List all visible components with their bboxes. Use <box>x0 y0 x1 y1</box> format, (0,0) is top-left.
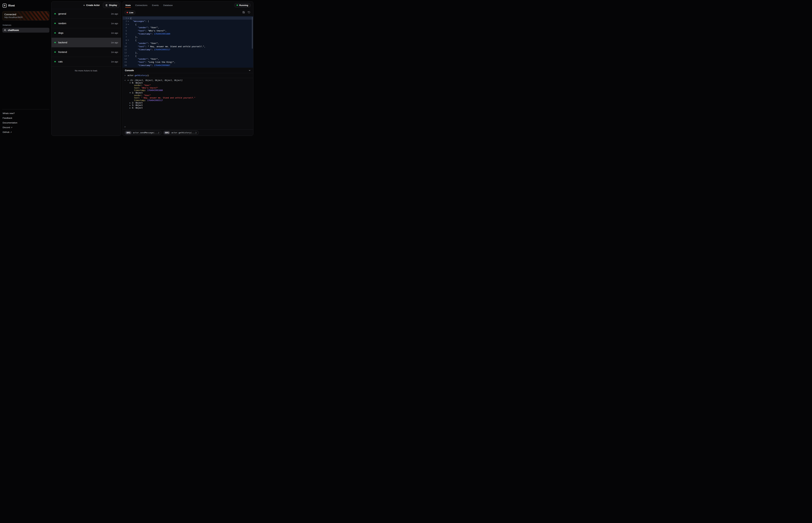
tab-state[interactable]: State <box>125 2 131 9</box>
tab-events[interactable]: Events <box>152 2 159 9</box>
app-root: R Rivet Connected http://localhost:6420 … <box>0 0 255 137</box>
reset-state-button[interactable] <box>247 11 251 15</box>
actor-status-dot <box>54 42 56 43</box>
footer-link-discord[interactable]: Discord↗ <box>3 125 49 130</box>
actor-row-dogs[interactable]: dogs1m ago <box>51 28 121 38</box>
rpc-badge: RPC <box>125 131 132 134</box>
fold-chevron-icon[interactable] <box>127 17 129 20</box>
editor-line: 4 "sender": "User", <box>123 26 253 29</box>
footer-link-github[interactable]: GitHub↗ <box>3 130 49 134</box>
actor-row-frontend[interactable]: frontend1m ago <box>51 47 121 57</box>
rpc-call-label: actor.sendMessage(...) <box>133 131 159 134</box>
console-row: timestamp: 1764043991880 <box>123 89 253 92</box>
create-actor-button[interactable]: + Create Actor <box>82 3 101 7</box>
console-gutter <box>123 102 127 104</box>
line-number: 2 <box>123 20 127 23</box>
console-gutter <box>123 89 127 92</box>
console-row-content: actor.getHistory() <box>127 74 149 77</box>
state-json-editor[interactable]: 1{2 "messages": [3 {4 "sender": "User",5… <box>123 16 253 68</box>
line-number: 6 <box>123 32 127 35</box>
editor-line: 17 }, <box>123 67 253 68</box>
editor-scrollbar[interactable] <box>252 17 253 49</box>
expand-arrow-icon[interactable]: ▶ <box>129 107 132 109</box>
console-row[interactable]: ▼1: Object <box>123 92 253 94</box>
running-status-label: Running <box>239 4 248 6</box>
actor-status-dot <box>54 23 56 24</box>
console-row[interactable]: ▶4: Object <box>123 107 253 109</box>
line-number: 12 <box>123 51 127 54</box>
console-row[interactable]: ▶2: Object <box>123 102 253 104</box>
console-row-content: ▼1: Object <box>127 92 143 94</box>
actor-timestamp: 2m ago <box>111 13 118 15</box>
chevron-down-icon[interactable] <box>248 69 251 72</box>
rpc-chip-actor-sendmessage[interactable]: RPCactor.sendMessage(...) <box>124 131 161 135</box>
display-button[interactable]: Display <box>103 3 119 8</box>
save-icon <box>242 11 245 14</box>
code-text: "text": " Nay, answer me. Stand and unfo… <box>129 45 253 48</box>
footer-link-documentation[interactable]: Documentation <box>3 120 49 125</box>
actor-row-cats[interactable]: cats1m ago <box>51 57 121 67</box>
console-row[interactable]: <▼(5) [Object, Object, Object, Object, O… <box>123 79 253 82</box>
console-row[interactable]: ▼0: Object <box>123 82 253 84</box>
console-row-content: ▼(5) [Object, Object, Object, Object, Ob… <box>127 79 183 82</box>
save-state-button[interactable] <box>241 11 246 15</box>
expand-arrow-icon[interactable]: ▶ <box>129 104 132 107</box>
console-row: text: "Who’s there?" <box>123 87 253 89</box>
footer-link-whats-new[interactable]: Whats new? <box>3 111 49 116</box>
sidebar-item-chatroom[interactable]: chatRoom <box>2 28 49 33</box>
fold-chevron-icon[interactable] <box>127 20 129 23</box>
actor-name: random <box>58 22 66 25</box>
actor-row-general[interactable]: general2m ago <box>51 9 121 19</box>
line-number: 14 <box>123 57 127 60</box>
editor-line: 6 "timestamp": 1764043991880 <box>123 32 253 35</box>
actor-timestamp: 1m ago <box>111 22 118 25</box>
console-gutter <box>123 82 127 84</box>
actor-timestamp: 1m ago <box>111 41 118 44</box>
reset-icon <box>248 11 250 14</box>
users-icon <box>4 29 6 32</box>
actor-row-backend[interactable]: backend1m ago <box>51 38 121 47</box>
code-text: "timestamp": 1764043995517 <box>129 48 253 51</box>
fold-chevron-icon[interactable] <box>127 23 129 26</box>
rpc-call-label: actor.getHistory(...) <box>171 131 196 134</box>
fold-chevron-icon[interactable] <box>127 39 129 42</box>
live-badge[interactable]: Live <box>124 11 135 15</box>
console-row: >actor.getHistory() <box>123 74 253 78</box>
actor-row-random[interactable]: random1m ago <box>51 19 121 28</box>
running-status-badge: Running <box>234 3 250 7</box>
console-input-chevron: > <box>123 126 127 128</box>
fold-spacer <box>127 60 129 64</box>
brand-name: Rivet <box>8 4 15 7</box>
line-number: 15 <box>123 60 127 64</box>
console-output-chevron: < <box>123 79 127 82</box>
rpc-chip-actor-gethistory[interactable]: RPCactor.getHistory(...) <box>163 131 199 135</box>
fold-spacer <box>127 29 129 32</box>
actor-status-dot <box>54 51 56 53</box>
expand-arrow-icon[interactable]: ▶ <box>129 102 132 104</box>
create-actor-label: Create Actor <box>86 4 100 6</box>
footer-link-feedback[interactable]: Feedback <box>3 116 49 120</box>
editor-line: 13 { <box>123 54 253 57</box>
code-text: }, <box>129 67 253 68</box>
fold-chevron-icon[interactable] <box>127 54 129 57</box>
actor-name: general <box>58 13 66 15</box>
console-header[interactable]: Console <box>123 68 253 73</box>
expand-arrow-icon[interactable]: ▼ <box>129 82 132 84</box>
console-gutter <box>123 84 127 87</box>
actor-name: backend <box>58 41 67 44</box>
console-input-row[interactable]: > <box>123 125 253 128</box>
fold-spacer <box>127 26 129 29</box>
expand-arrow-icon[interactable]: ▼ <box>129 92 132 94</box>
tab-connections[interactable]: Connections <box>135 2 148 9</box>
editor-line: 11 "timestamp": 1764043995517 <box>123 48 253 51</box>
actor-status-dot <box>54 13 56 15</box>
fold-spacer <box>127 57 129 60</box>
tab-database[interactable]: Database <box>163 2 173 9</box>
editor-line: 15 "text": "Long live the King!", <box>123 60 253 64</box>
expand-arrow-icon[interactable]: ▼ <box>127 79 130 82</box>
plus-icon: + <box>83 4 85 7</box>
instances-label: Instances <box>3 24 49 26</box>
editor-line: 9 "sender": "User", <box>123 42 253 45</box>
actor-timestamp: 1m ago <box>111 32 118 34</box>
console-row[interactable]: ▶3: Object <box>123 104 253 107</box>
